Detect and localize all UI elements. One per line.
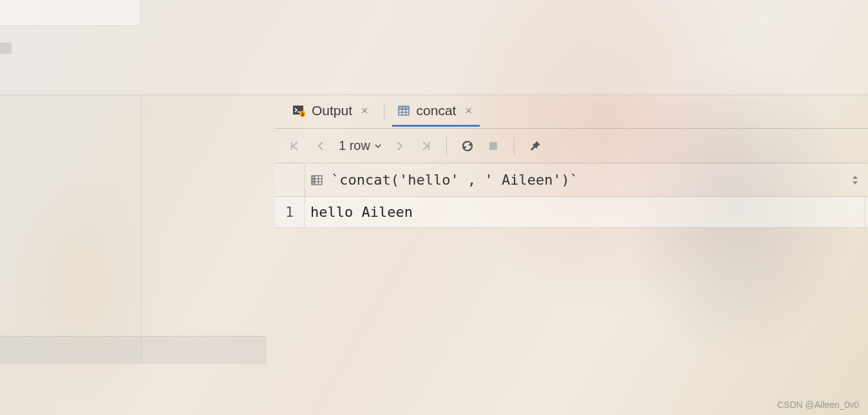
table-header-row: `concat('hello' , ' Aileen')` <box>274 163 868 197</box>
result-toolbar: 1 row <box>274 129 868 163</box>
tab-concat[interactable]: concat × <box>392 97 480 127</box>
console-output-icon <box>292 104 305 117</box>
stop-button[interactable] <box>482 134 505 158</box>
row-count-dropdown[interactable]: 1 row <box>335 138 386 153</box>
editor-tab-strip <box>0 0 140 26</box>
row-count-label: 1 row <box>339 138 370 153</box>
chevron-down-icon <box>374 142 382 150</box>
tab-output[interactable]: Output × <box>287 97 376 127</box>
next-page-button[interactable] <box>388 134 411 158</box>
tab-label: concat <box>417 103 457 118</box>
prev-page-button[interactable] <box>309 134 332 158</box>
result-panel: Output × concat × <box>274 95 868 415</box>
svg-rect-7 <box>399 106 409 109</box>
result-tabs: Output × concat × <box>274 95 868 129</box>
watermark: CSDN @Aileen_0v0 <box>777 400 859 410</box>
last-page-button[interactable] <box>414 134 437 158</box>
gutter-marker <box>0 42 12 54</box>
table-row[interactable]: 1 hello Aileen <box>274 197 868 228</box>
cell-value[interactable]: hello Aileen <box>305 197 864 227</box>
pin-button[interactable] <box>524 134 547 158</box>
editor-top-area <box>0 0 868 97</box>
header-gutter <box>274 163 305 196</box>
sort-button[interactable] <box>842 163 868 196</box>
first-page-button[interactable] <box>283 134 307 158</box>
column-header[interactable]: `concat('hello' , ' Aileen')` <box>328 163 842 196</box>
close-icon[interactable]: × <box>359 104 371 118</box>
svg-rect-10 <box>312 176 315 185</box>
refresh-button[interactable] <box>456 134 479 158</box>
close-icon[interactable]: × <box>462 104 475 118</box>
tab-label: Output <box>312 103 352 118</box>
table-icon <box>397 104 410 117</box>
left-side-panel <box>0 95 142 365</box>
column-type-icon <box>305 163 328 196</box>
svg-rect-8 <box>489 142 497 150</box>
left-bottom-strip <box>0 336 267 364</box>
row-number: 1 <box>274 197 305 227</box>
